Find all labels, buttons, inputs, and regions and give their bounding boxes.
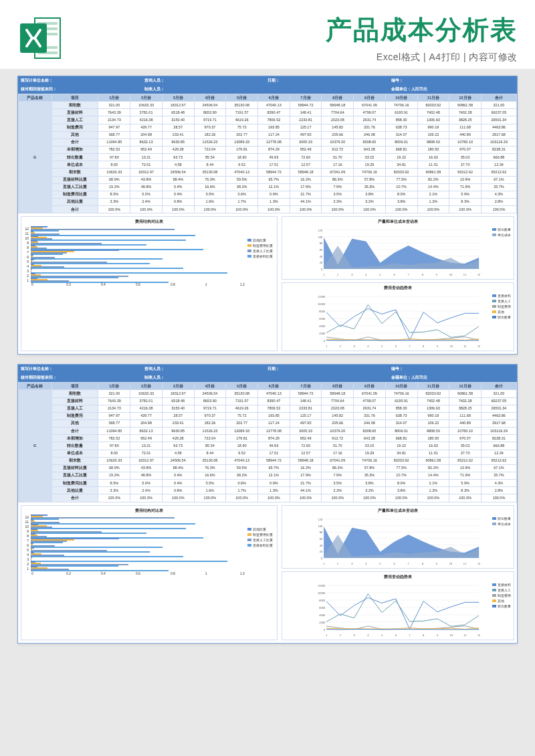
table-row: 期末数10633.3318312.9724506.5435130.0847040… (19, 169, 517, 176)
cell: 58944.72 (290, 102, 322, 109)
cell: 2.1% (417, 191, 449, 198)
svg-text:4000: 4000 (319, 613, 326, 617)
info-band-2: 核对期回报签发间：制表人员：金额单位：人民币元 (18, 373, 517, 382)
svg-text:8000: 8000 (319, 599, 326, 602)
cell: 4216.38 (130, 405, 163, 412)
svg-text:12: 12 (477, 345, 481, 348)
table-row: 转出数量97.8013.2193.7385.5418.9049.9372.605… (19, 442, 517, 450)
row-header: 合计 (51, 138, 98, 146)
col-header: 10月份 (385, 94, 417, 102)
cell: 71.9% (449, 183, 481, 191)
cell: 16.2% (290, 176, 322, 183)
svg-text:5: 5 (381, 345, 383, 348)
cell: 858.30 (385, 116, 417, 124)
cell: 19.2% (98, 183, 130, 191)
svg-text:3: 3 (351, 273, 353, 276)
cell: 5.5% (194, 480, 226, 487)
cell: 17.16 (322, 161, 354, 169)
cell: 12778.08 (258, 138, 290, 146)
cell: 24506.54 (194, 390, 226, 397)
row-header: 合计 (51, 206, 98, 213)
product-name: G (19, 390, 52, 502)
cell: 874.29 (258, 146, 290, 153)
cell: 74706.16 (354, 457, 386, 464)
cell: 666.88 (481, 154, 516, 161)
cell: 8.44 (194, 450, 226, 457)
row-header: 直接材料 (51, 109, 98, 116)
cell: 2931.74 (354, 116, 386, 124)
cell: 90861.58 (449, 102, 481, 109)
cell: 93.73 (162, 154, 194, 161)
cell: 145.82 (322, 412, 354, 419)
col-header: 11月份 (417, 383, 449, 390)
cell: 100.0% (194, 494, 226, 502)
cell: 314.07 (385, 131, 417, 138)
cell: 75.72 (226, 412, 258, 419)
cell: 35.3% (354, 472, 386, 479)
cell: 38.2% (226, 183, 258, 191)
cell: 74706.16 (385, 390, 417, 397)
cell: 429.77 (130, 124, 163, 131)
row-header: 直接材料比重 (51, 176, 98, 183)
sheet-preview-2: 填写计单位名称：查询人员：日期：编号：核对期回报签发间：制表人员：金额单位：人民… (17, 364, 518, 643)
col-header: 12月份 (449, 94, 481, 102)
cell: 19.2% (98, 472, 130, 479)
row-header: 本期增加 (51, 146, 98, 153)
svg-text:0: 0 (324, 628, 326, 632)
excel-icon (17, 14, 66, 62)
cell: 67.1% (481, 176, 516, 183)
cell: 74706.16 (385, 102, 417, 109)
cell: 8632.13 (130, 138, 163, 146)
row-header: 本期增加 (51, 435, 98, 442)
svg-text:5: 5 (379, 562, 381, 565)
cell: 44.1% (290, 487, 322, 494)
cell: 71.9% (449, 472, 481, 479)
cell: 2.3% (322, 487, 354, 494)
row-header: 单位成本 (51, 450, 98, 457)
cell: 65.7% (258, 176, 290, 183)
cell: 33.15 (354, 442, 386, 450)
svg-text:80: 80 (319, 531, 322, 534)
cell: 35.3% (354, 183, 386, 191)
cell: 440.89 (449, 419, 481, 427)
cell: 643.28 (354, 435, 386, 442)
cell: 3828.25 (449, 116, 481, 124)
row-header: 制造费用 (51, 124, 98, 131)
info-band-2: 核对期回报签发间：制表人员：金额单位：人民币元 (18, 85, 517, 94)
cell: 82033.92 (385, 457, 417, 464)
cell: 8390.47 (258, 109, 290, 116)
cell: 6518.48 (162, 397, 194, 405)
cell: 2233.81 (290, 116, 322, 124)
cell: 3.3% (98, 487, 130, 494)
cell: 18.90 (226, 442, 258, 450)
svg-text:0: 0 (321, 557, 323, 560)
cell: 2.4% (130, 198, 163, 205)
cell: 7704.64 (322, 109, 354, 116)
cell: 26501.34 (481, 116, 516, 124)
svg-text:0: 0 (324, 339, 326, 343)
table-row: 其他368.77204.98233.41182.26202.77117.2449… (19, 131, 517, 138)
page-title: 产品成本分析表 (76, 12, 518, 48)
cell: 497.95 (290, 131, 322, 138)
cell: 24506.54 (194, 102, 226, 109)
table-row: 本期增加782.52952.49429.28722.04179.81874.29… (19, 435, 517, 442)
cell: 2134.73 (98, 405, 130, 412)
cell: 58944.72 (258, 457, 290, 464)
cell: 3005.33 (290, 138, 322, 146)
cell: 100.0% (226, 206, 258, 213)
cell: 2134.73 (98, 116, 130, 124)
cell: 100.0% (322, 206, 354, 213)
cell: 100.0% (385, 494, 417, 502)
cell: 69237.05 (481, 109, 516, 116)
cell: 100.0% (322, 494, 354, 502)
cell: 952.49 (290, 435, 322, 442)
cell: 100.0% (354, 494, 386, 502)
col-header: 合计 (481, 94, 516, 102)
svg-text:7: 7 (407, 562, 409, 565)
cell: 2.8% (481, 487, 516, 494)
svg-text:20: 20 (319, 550, 322, 553)
info-band-1: 填写计单位名称：查询人员：日期：编号： (18, 365, 517, 373)
table-row: 单位成本8.0072.014.588.449.5217.5112.5717.16… (19, 161, 517, 169)
svg-text:9: 9 (435, 562, 437, 565)
cell: 100.0% (449, 494, 481, 502)
